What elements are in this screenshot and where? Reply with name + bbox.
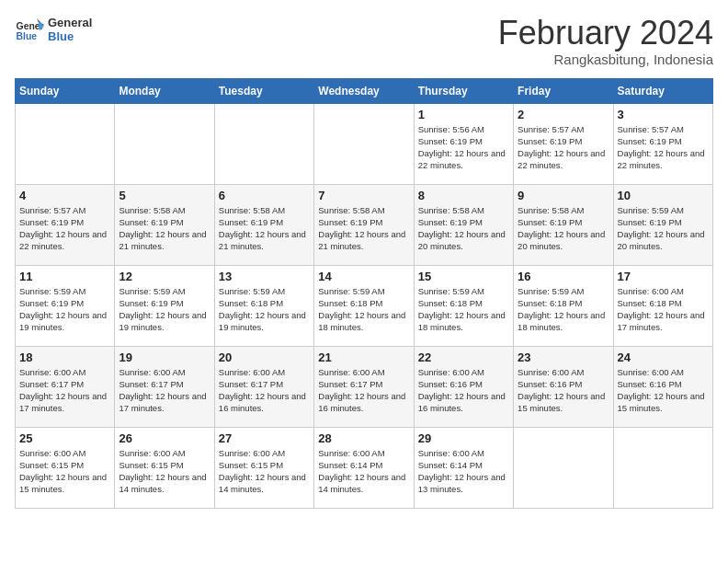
day-number: 9 xyxy=(518,189,609,202)
day-number: 15 xyxy=(418,270,509,283)
calendar-cell xyxy=(613,427,712,508)
day-of-week-header: Tuesday xyxy=(214,78,313,103)
day-info: Sunrise: 6:00 AMSunset: 6:15 PMDaylight:… xyxy=(119,447,210,496)
day-info: Sunrise: 6:00 AMSunset: 6:17 PMDaylight:… xyxy=(219,366,310,415)
calendar-cell: 19Sunrise: 6:00 AMSunset: 6:17 PMDayligh… xyxy=(115,346,214,427)
month-year-title: February 2024 xyxy=(498,15,713,52)
day-info: Sunrise: 6:00 AMSunset: 6:16 PMDaylight:… xyxy=(418,366,509,415)
day-number: 7 xyxy=(318,189,409,202)
day-info: Sunrise: 6:00 AMSunset: 6:16 PMDaylight:… xyxy=(618,366,709,415)
calendar-cell xyxy=(314,103,414,184)
calendar-week-row: 1Sunrise: 5:56 AMSunset: 6:19 PMDaylight… xyxy=(16,103,713,184)
calendar-header-row: SundayMondayTuesdayWednesdayThursdayFrid… xyxy=(16,78,713,103)
day-info: Sunrise: 6:00 AMSunset: 6:17 PMDaylight:… xyxy=(19,366,110,415)
calendar-cell xyxy=(115,103,214,184)
calendar-cell: 16Sunrise: 5:59 AMSunset: 6:18 PMDayligh… xyxy=(514,265,613,346)
day-number: 13 xyxy=(219,270,310,283)
svg-text:Blue: Blue xyxy=(17,31,38,41)
calendar-cell: 2Sunrise: 5:57 AMSunset: 6:19 PMDaylight… xyxy=(514,103,613,184)
calendar-cell xyxy=(16,103,115,184)
calendar-week-row: 25Sunrise: 6:00 AMSunset: 6:15 PMDayligh… xyxy=(16,427,713,508)
day-info: Sunrise: 6:00 AMSunset: 6:17 PMDaylight:… xyxy=(318,366,409,415)
calendar-cell: 14Sunrise: 5:59 AMSunset: 6:18 PMDayligh… xyxy=(314,265,414,346)
day-number: 17 xyxy=(618,270,709,283)
day-info: Sunrise: 5:57 AMSunset: 6:19 PMDaylight:… xyxy=(19,204,110,253)
day-info: Sunrise: 6:00 AMSunset: 6:16 PMDaylight:… xyxy=(518,366,609,415)
logo-blue: Blue xyxy=(48,29,92,43)
calendar-cell: 27Sunrise: 6:00 AMSunset: 6:15 PMDayligh… xyxy=(214,427,313,508)
day-number: 6 xyxy=(219,189,310,202)
day-number: 22 xyxy=(418,350,509,364)
calendar-cell: 25Sunrise: 6:00 AMSunset: 6:15 PMDayligh… xyxy=(16,427,115,508)
day-info: Sunrise: 5:59 AMSunset: 6:18 PMDaylight:… xyxy=(318,285,409,334)
calendar-cell: 15Sunrise: 5:59 AMSunset: 6:18 PMDayligh… xyxy=(414,265,513,346)
day-info: Sunrise: 6:00 AMSunset: 6:17 PMDaylight:… xyxy=(119,366,210,415)
calendar-cell: 13Sunrise: 5:59 AMSunset: 6:18 PMDayligh… xyxy=(214,265,313,346)
calendar-cell: 9Sunrise: 5:58 AMSunset: 6:19 PMDaylight… xyxy=(514,184,613,265)
day-number: 16 xyxy=(518,270,609,283)
day-number: 5 xyxy=(119,189,210,202)
calendar-week-row: 11Sunrise: 5:59 AMSunset: 6:19 PMDayligh… xyxy=(16,265,713,346)
calendar-week-row: 4Sunrise: 5:57 AMSunset: 6:19 PMDaylight… xyxy=(16,184,713,265)
calendar-cell: 28Sunrise: 6:00 AMSunset: 6:14 PMDayligh… xyxy=(314,427,414,508)
day-number: 10 xyxy=(618,189,709,202)
calendar-cell: 7Sunrise: 5:58 AMSunset: 6:19 PMDaylight… xyxy=(314,184,414,265)
day-info: Sunrise: 5:59 AMSunset: 6:19 PMDaylight:… xyxy=(618,204,709,253)
calendar-cell: 18Sunrise: 6:00 AMSunset: 6:17 PMDayligh… xyxy=(16,346,115,427)
calendar-cell: 11Sunrise: 5:59 AMSunset: 6:19 PMDayligh… xyxy=(16,265,115,346)
logo-icon: General Blue xyxy=(15,15,44,44)
day-info: Sunrise: 5:58 AMSunset: 6:19 PMDaylight:… xyxy=(119,204,210,253)
calendar-cell: 22Sunrise: 6:00 AMSunset: 6:16 PMDayligh… xyxy=(414,346,513,427)
day-number: 28 xyxy=(318,431,409,445)
day-number: 25 xyxy=(19,431,110,445)
calendar-cell: 5Sunrise: 5:58 AMSunset: 6:19 PMDaylight… xyxy=(115,184,214,265)
calendar-table: SundayMondayTuesdayWednesdayThursdayFrid… xyxy=(15,78,713,509)
day-info: Sunrise: 6:00 AMSunset: 6:14 PMDaylight:… xyxy=(418,447,509,496)
calendar-cell: 6Sunrise: 5:58 AMSunset: 6:19 PMDaylight… xyxy=(214,184,313,265)
day-number: 21 xyxy=(318,350,409,364)
day-info: Sunrise: 6:00 AMSunset: 6:14 PMDaylight:… xyxy=(318,447,409,496)
page-header: General Blue General Blue February 2024 … xyxy=(15,15,713,67)
day-info: Sunrise: 5:59 AMSunset: 6:18 PMDaylight:… xyxy=(418,285,509,334)
day-number: 18 xyxy=(19,350,110,364)
calendar-cell: 3Sunrise: 5:57 AMSunset: 6:19 PMDaylight… xyxy=(613,103,712,184)
day-info: Sunrise: 5:56 AMSunset: 6:19 PMDaylight:… xyxy=(418,123,509,172)
day-info: Sunrise: 5:59 AMSunset: 6:19 PMDaylight:… xyxy=(19,285,110,334)
day-number: 14 xyxy=(318,270,409,283)
day-number: 20 xyxy=(219,350,310,364)
day-info: Sunrise: 5:59 AMSunset: 6:18 PMDaylight:… xyxy=(219,285,310,334)
day-of-week-header: Sunday xyxy=(16,78,115,103)
day-number: 1 xyxy=(418,108,509,121)
day-of-week-header: Friday xyxy=(514,78,613,103)
day-number: 24 xyxy=(618,350,709,364)
calendar-cell: 12Sunrise: 5:59 AMSunset: 6:19 PMDayligh… xyxy=(115,265,214,346)
location-subtitle: Rangkasbitung, Indonesia xyxy=(498,52,713,67)
day-number: 29 xyxy=(418,431,509,445)
calendar-cell: 20Sunrise: 6:00 AMSunset: 6:17 PMDayligh… xyxy=(214,346,313,427)
day-of-week-header: Monday xyxy=(115,78,214,103)
day-number: 2 xyxy=(518,108,609,121)
day-of-week-header: Saturday xyxy=(613,78,712,103)
day-number: 3 xyxy=(618,108,709,121)
day-number: 11 xyxy=(19,270,110,283)
calendar-cell: 21Sunrise: 6:00 AMSunset: 6:17 PMDayligh… xyxy=(314,346,414,427)
calendar-cell: 4Sunrise: 5:57 AMSunset: 6:19 PMDaylight… xyxy=(16,184,115,265)
calendar-cell: 17Sunrise: 6:00 AMSunset: 6:18 PMDayligh… xyxy=(613,265,712,346)
calendar-cell: 29Sunrise: 6:00 AMSunset: 6:14 PMDayligh… xyxy=(414,427,513,508)
day-info: Sunrise: 5:58 AMSunset: 6:19 PMDaylight:… xyxy=(518,204,609,253)
day-number: 23 xyxy=(518,350,609,364)
day-info: Sunrise: 5:59 AMSunset: 6:18 PMDaylight:… xyxy=(518,285,609,334)
logo-general: General xyxy=(48,16,92,29)
day-info: Sunrise: 5:58 AMSunset: 6:19 PMDaylight:… xyxy=(318,204,409,253)
calendar-cell: 10Sunrise: 5:59 AMSunset: 6:19 PMDayligh… xyxy=(613,184,712,265)
day-info: Sunrise: 5:59 AMSunset: 6:19 PMDaylight:… xyxy=(119,285,210,334)
day-info: Sunrise: 5:58 AMSunset: 6:19 PMDaylight:… xyxy=(418,204,509,253)
day-number: 12 xyxy=(119,270,210,283)
day-number: 27 xyxy=(219,431,310,445)
calendar-cell: 1Sunrise: 5:56 AMSunset: 6:19 PMDaylight… xyxy=(414,103,513,184)
calendar-cell: 23Sunrise: 6:00 AMSunset: 6:16 PMDayligh… xyxy=(514,346,613,427)
title-block: February 2024 Rangkasbitung, Indonesia xyxy=(498,15,713,67)
day-info: Sunrise: 5:58 AMSunset: 6:19 PMDaylight:… xyxy=(219,204,310,253)
day-info: Sunrise: 6:00 AMSunset: 6:15 PMDaylight:… xyxy=(219,447,310,496)
day-number: 26 xyxy=(119,431,210,445)
